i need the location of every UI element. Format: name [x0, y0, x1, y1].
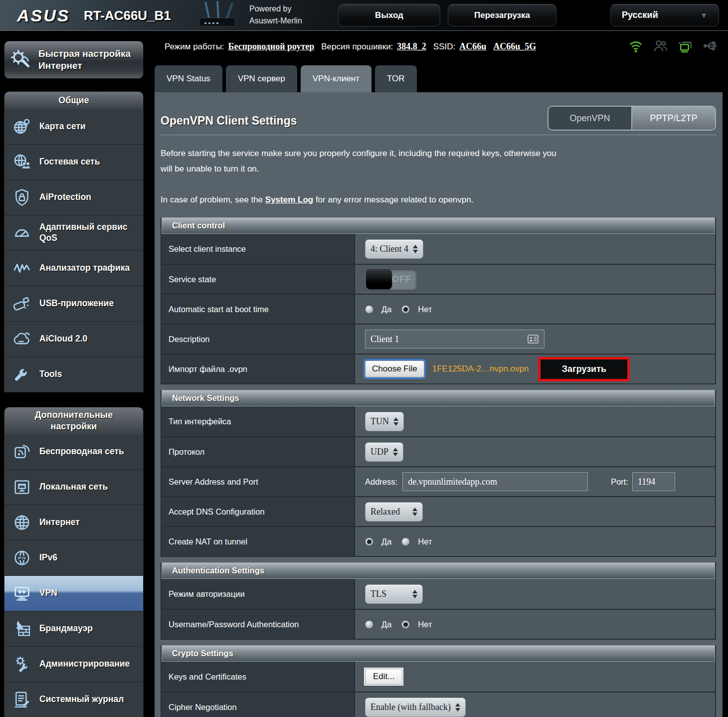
sidebar-item-firewall[interactable]: Брандмауэр — [4, 611, 144, 647]
row-label: Select client instance — [162, 234, 355, 264]
radio-label: Да — [381, 537, 391, 546]
wifi-status-icon[interactable] — [627, 36, 644, 56]
tab-vpn-status[interactable]: VPN Status — [155, 65, 222, 92]
toggle-knob — [366, 269, 392, 289]
choose-file-button[interactable]: Choose File — [365, 360, 424, 377]
sidebar-item-label: Администри­рование — [39, 659, 130, 670]
firmware-link[interactable]: 384.8_2 — [397, 41, 426, 52]
table-row: Service state OFF — [162, 264, 715, 294]
sidebar-item-tools[interactable]: Tools — [4, 357, 144, 392]
quick-setup-icon — [8, 47, 33, 72]
sidebar-item-lan[interactable]: Локальная сеть — [4, 470, 144, 505]
sidebar-item-label: Интернет — [39, 517, 80, 528]
ssid-link-5g[interactable]: AC66u_5G — [493, 41, 536, 52]
sidebar-item-aiprotection[interactable]: AiProtection — [4, 180, 144, 215]
cipher-negotiation-select[interactable]: Enable (with fallback) — [365, 698, 466, 717]
select-spinner-icon — [393, 417, 398, 426]
service-state-toggle[interactable]: OFF — [365, 269, 417, 290]
vpn-tab-bar: VPN Status VPN сервер VPN-клиент TOR — [155, 65, 417, 92]
sidebar-item-traffic-analyzer[interactable]: Анализатор трафика — [4, 251, 144, 286]
title-divider — [161, 135, 716, 135]
tab-tor[interactable]: TOR — [375, 65, 417, 92]
sidebar-item-guest-network[interactable]: Гостевая сеть — [4, 145, 144, 180]
row-label: Username/Password Authentication — [162, 610, 355, 639]
autostart-no-radio[interactable] — [401, 305, 410, 314]
quick-setup-button[interactable]: Быстрая настройка Интернет — [4, 41, 144, 79]
userpass-no-radio[interactable] — [401, 620, 410, 629]
sidebar-item-wireless[interactable]: Беспроводная сеть — [4, 434, 144, 470]
firmware-label: Версия прошивки: — [321, 42, 393, 52]
table-row: Протокол UDP — [162, 436, 715, 466]
nat-yes-radio[interactable] — [365, 538, 373, 546]
logout-button[interactable]: Выход — [338, 4, 440, 26]
sidebar: Быстрая настройка Интернет Общие Карта с… — [4, 41, 144, 717]
qos-gauge-icon — [10, 223, 33, 243]
ssid-link-24g[interactable]: AC66u — [459, 41, 486, 52]
tab-vpn-server[interactable]: VPN сервер — [226, 65, 297, 92]
sidebar-item-wan[interactable]: Интернет — [4, 505, 144, 540]
sidebar-item-label: Карта сети — [39, 121, 86, 132]
mode-link[interactable]: Беспроводной роутер — [228, 41, 315, 52]
sidebar-item-system-log[interactable]: Системный журнал — [4, 682, 144, 717]
table-row: Режим авторизации TLS — [162, 579, 715, 609]
table-row: Description Client 1 — [162, 324, 715, 354]
sidebar-item-usb-application[interactable]: USB-приложение — [4, 286, 144, 322]
intro-text: Before starting the service make sure yo… — [161, 146, 559, 177]
openvpn-tab-button[interactable]: OpenVPN — [548, 107, 632, 130]
log-document-icon — [10, 690, 33, 710]
interface-type-select[interactable]: TUN — [365, 412, 404, 431]
client-instance-select[interactable]: 4: Client 4 — [365, 239, 423, 259]
nat-no-radio[interactable] — [401, 538, 410, 546]
sidebar-item-vpn[interactable]: VPN — [4, 576, 144, 611]
quick-setup-label: Быстрая настройка Интернет — [38, 48, 131, 72]
section-advanced-title: Дополнительные настройки — [4, 407, 144, 434]
sidebar-item-network-map[interactable]: Карта сети — [4, 109, 144, 145]
row-label: Description — [162, 325, 355, 354]
userpass-yes-radio[interactable] — [365, 620, 373, 629]
description-input[interactable]: Client 1 — [365, 330, 545, 349]
language-dropdown[interactable]: Русский ▼ — [610, 4, 719, 26]
system-log-link[interactable]: System Log — [265, 195, 313, 204]
network-devices-status-icon[interactable] — [677, 36, 694, 56]
status-icons — [627, 36, 719, 56]
radio-label: Да — [381, 620, 391, 629]
sidebar-item-ipv6[interactable]: IPV6 IPv6 — [4, 540, 144, 576]
edit-keys-button[interactable]: Edit... — [365, 669, 402, 685]
table-row: Username/Password Authentication Да Нет — [162, 609, 715, 639]
table-row: Cipher Negotiation Enable (with fallback… — [162, 692, 715, 717]
select-spinner-icon — [413, 245, 418, 253]
client-control-header: Client control — [162, 217, 715, 234]
table-row: Select client instance 4: Client 4 — [162, 234, 715, 264]
server-address-input[interactable]: de.vpnunlimitedapp.com — [402, 472, 588, 491]
language-label: Русский — [622, 10, 658, 20]
router-model: RT-AC66U_B1 — [84, 8, 171, 23]
mode-label: Режим работы: — [165, 42, 224, 52]
table-row: Automatic start at boot time Да Нет — [162, 294, 715, 324]
sidebar-item-administration[interactable]: Администри­рование — [4, 647, 144, 682]
clients-status-icon[interactable] — [652, 36, 669, 56]
sidebar-item-label: Брандмауэр — [39, 623, 93, 634]
sidebar-item-aicloud[interactable]: AiCloud 2.0 — [4, 322, 144, 357]
usb-drive-icon — [10, 294, 33, 314]
usb-status-icon[interactable] — [702, 36, 719, 56]
select-spinner-icon — [412, 508, 417, 516]
protocol-select[interactable]: UDP — [365, 442, 403, 462]
table-row: Create NAT on tunnel Да Нет — [162, 526, 715, 556]
tab-vpn-client[interactable]: VPN-клиент — [301, 65, 371, 92]
dns-config-select[interactable]: Relaxed — [365, 502, 423, 522]
sidebar-item-qos[interactable]: Адаптивный сервис QoS — [4, 215, 144, 251]
upload-button[interactable]: Загрузить — [538, 357, 630, 381]
select-spinner-icon — [455, 703, 460, 712]
top-banner: ASUS RT-AC66U_B1 Powered by Asuswrt-Merl… — [0, 0, 728, 31]
client-list-icon[interactable] — [527, 334, 539, 344]
address-label: Address: — [365, 477, 397, 487]
row-label: Service state — [162, 265, 355, 294]
server-port-input[interactable]: 1194 — [632, 472, 675, 491]
reboot-button[interactable]: Перезагрузка — [448, 4, 556, 26]
vpn-type-switch: OpenVPN PPTP/L2TP — [547, 106, 716, 131]
auth-mode-select[interactable]: TLS — [365, 584, 423, 604]
pptp-l2tp-tab-button[interactable]: PPTP/L2TP — [632, 107, 715, 130]
autostart-yes-radio[interactable] — [365, 305, 373, 314]
select-spinner-icon — [393, 448, 398, 456]
chevron-down-icon: ▼ — [700, 11, 708, 19]
